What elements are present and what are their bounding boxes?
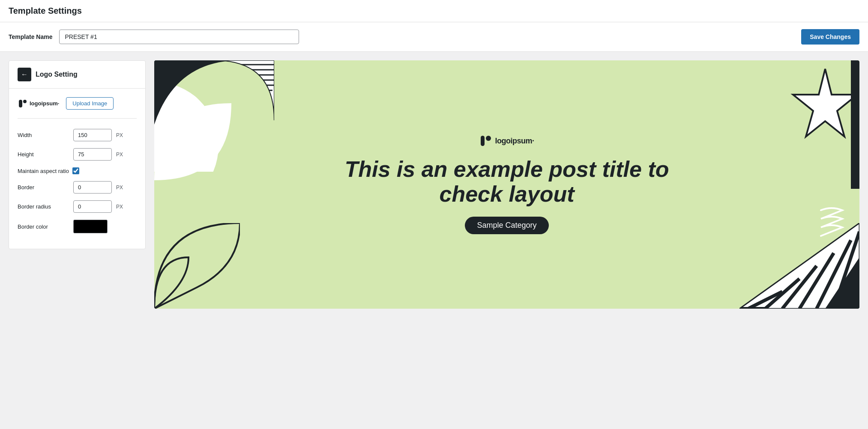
preview-post-title: This is an example post title to check l… (335, 157, 678, 206)
logo-preview: logoipsum· (18, 98, 59, 109)
border-unit: PX (116, 185, 123, 191)
save-changes-button[interactable]: Save Changes (801, 29, 859, 45)
border-radius-row: Border radius PX (18, 200, 137, 213)
svg-rect-26 (481, 136, 485, 146)
border-color-swatch[interactable] (73, 220, 108, 233)
height-input[interactable] (73, 148, 112, 161)
left-panel: ← Logo Setting logoipsum· Upload Image (9, 60, 146, 249)
border-input[interactable] (73, 181, 112, 194)
svg-rect-27 (486, 136, 491, 141)
width-unit: PX (116, 132, 123, 138)
panel-header: ← Logo Setting (9, 61, 145, 89)
height-label: Height (18, 151, 69, 158)
preview-canvas: logoipsum· This is an example post title… (154, 60, 859, 309)
border-label: Border (18, 184, 69, 191)
width-input[interactable] (73, 129, 112, 141)
preview-content: logoipsum· This is an example post title… (154, 60, 859, 309)
top-bar: Template Name Save Changes (0, 22, 868, 52)
width-label: Width (18, 132, 69, 138)
width-row: Width PX (18, 129, 137, 141)
border-color-row: Border color (18, 220, 137, 233)
height-unit: PX (116, 152, 123, 158)
upload-image-button[interactable]: Upload Image (66, 97, 114, 110)
preview-logo-icon (480, 135, 492, 147)
border-row: Border PX (18, 181, 137, 194)
preview-category-badge: Sample Category (465, 217, 548, 234)
border-color-label: Border color (18, 223, 69, 230)
back-icon: ← (21, 71, 28, 78)
page-title: Template Settings (9, 6, 859, 16)
main-content: ← Logo Setting logoipsum· Upload Image (0, 52, 868, 317)
aspect-ratio-row: Maintain aspect ratio (18, 167, 137, 174)
preview-logo: logoipsum· (480, 135, 534, 147)
logo-setting-title: Logo Setting (36, 71, 78, 78)
template-name-label: Template Name (9, 33, 52, 40)
svg-rect-0 (19, 100, 22, 107)
preview-logo-text: logoipsum· (495, 137, 534, 146)
right-preview: logoipsum· This is an example post title… (154, 60, 859, 309)
svg-rect-1 (23, 100, 27, 103)
aspect-ratio-label: Maintain aspect ratio (18, 168, 69, 174)
back-button[interactable]: ← (18, 68, 31, 81)
border-radius-label: Border radius (18, 203, 69, 210)
logo-preview-icon (18, 98, 28, 109)
page-header: Template Settings (0, 0, 868, 22)
logo-text-preview: logoipsum· (30, 100, 59, 107)
logo-row: logoipsum· Upload Image (18, 97, 137, 119)
aspect-ratio-checkbox[interactable] (72, 167, 79, 174)
border-radius-unit: PX (116, 204, 123, 210)
height-row: Height PX (18, 148, 137, 161)
panel-body: logoipsum· Upload Image Width PX Height … (9, 89, 145, 249)
template-name-input[interactable] (59, 30, 299, 44)
border-radius-input[interactable] (73, 200, 112, 213)
